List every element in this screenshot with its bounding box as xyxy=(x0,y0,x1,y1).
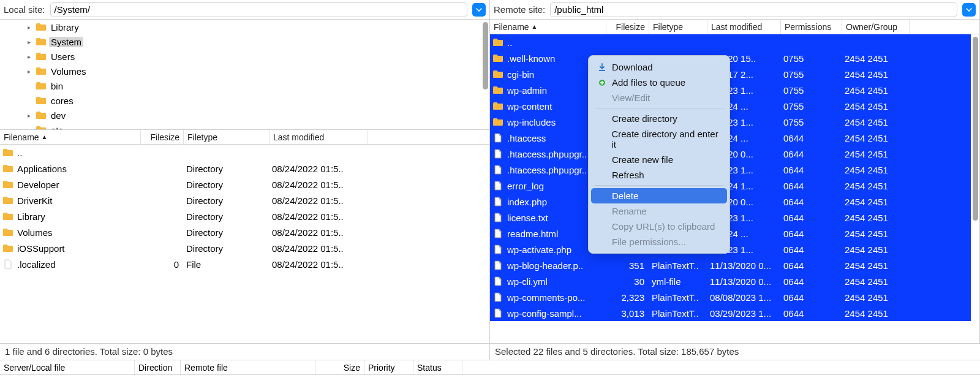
local-tree[interactable]: ▸Library▸System▸Users▸Volumesbincores▸de… xyxy=(0,20,489,130)
ctx-create-file[interactable]: Create new file xyxy=(591,152,727,167)
tree-row[interactable]: etc xyxy=(0,123,489,130)
ctx-refresh[interactable]: Refresh xyxy=(591,167,727,183)
list-item[interactable]: iOSSupportDirectory08/24/2022 01:5.. xyxy=(0,240,489,256)
list-item[interactable]: wp-admin8/2023 1...07552454 2451 xyxy=(490,82,979,98)
expander-icon[interactable]: ▸ xyxy=(24,112,33,119)
ctx-sep xyxy=(595,185,723,186)
col-filesize[interactable]: Filesize xyxy=(606,20,649,34)
sort-up-icon: ▲ xyxy=(532,23,538,30)
list-item[interactable]: wp-includes7/2023 1...07552454 2451 xyxy=(490,114,979,130)
list-item[interactable]: cgi-bin2/2017 2...07552454 2451 xyxy=(490,66,979,82)
list-item[interactable]: DriverKitDirectory08/24/2022 01:5.. xyxy=(0,192,489,208)
qcol-server[interactable]: Server/Local file xyxy=(0,360,135,374)
tree-item-label: Volumes xyxy=(49,66,88,77)
local-tree-scrollbar[interactable] xyxy=(481,20,489,129)
cell-own: 2454 2451 xyxy=(841,101,908,112)
list-item[interactable]: .htaccess.phpupgr..7/2023 1...06442454 2… xyxy=(490,162,979,178)
remote-list-scrollbar[interactable] xyxy=(971,34,979,343)
col-filesize-label: Filesize xyxy=(616,22,645,32)
cell-own: 2454 2451 xyxy=(841,85,908,96)
ctx-add-queue[interactable]: Add files to queue xyxy=(591,75,727,90)
col-permissions[interactable]: Permissions xyxy=(781,20,842,34)
ctx-create-dir-enter[interactable]: Create directory and enter it xyxy=(591,126,727,152)
cell-perm: 0644 xyxy=(780,149,841,159)
col-owner[interactable]: Owner/Group xyxy=(842,20,910,34)
tree-row[interactable]: ▸Users xyxy=(0,49,489,64)
local-path-dropdown[interactable] xyxy=(472,3,486,17)
scrollbar-thumb[interactable] xyxy=(483,22,488,89)
list-item[interactable]: .htaccess8/2024 ...06442454 2451 xyxy=(490,130,979,146)
list-item[interactable]: wp-config-sampl...3,013PlainTextT..03/29… xyxy=(490,305,979,321)
tree-row[interactable]: bin xyxy=(0,78,489,93)
col-filename[interactable]: Filename ▲ xyxy=(490,20,606,34)
list-item[interactable]: wp-activate.php8/2023 1...06442454 2451 xyxy=(490,241,979,257)
list-item[interactable]: wp-blog-header.p..351PlainTextT..11/13/2… xyxy=(490,257,979,273)
list-item[interactable]: wp-cli.yml30yml-file11/13/2020 0...06442… xyxy=(490,273,979,289)
file-icon xyxy=(2,259,13,269)
remote-column-header[interactable]: Filename ▲ Filesize Filetype Last modifi… xyxy=(490,20,979,34)
list-item[interactable]: VolumesDirectory08/24/2022 01:5.. xyxy=(0,224,489,240)
col-lastmod[interactable]: Last modified xyxy=(270,130,368,144)
remote-path-input[interactable]: /public_html xyxy=(550,2,957,17)
list-item[interactable]: .localized0File08/24/2022 01:5.. xyxy=(0,256,489,272)
qcol-status[interactable]: Status xyxy=(413,360,462,374)
list-item[interactable]: .htaccess.phpupgr..7/2020 0...06442454 2… xyxy=(490,146,979,162)
list-item[interactable]: readme.html0/2024 ...06442454 2451 xyxy=(490,226,979,241)
tree-row[interactable]: ▸Volumes xyxy=(0,64,489,78)
list-item[interactable]: index.php7/2020 0...06442454 2451 xyxy=(490,194,979,210)
remote-path-dropdown[interactable] xyxy=(962,3,976,17)
list-item[interactable]: wp-comments-po...2,323PlainTextT..08/08/… xyxy=(490,289,979,305)
tree-row[interactable]: ▸dev xyxy=(0,108,489,123)
qcol-priority[interactable]: Priority xyxy=(364,360,413,374)
local-column-header[interactable]: Filename ▲ Filesize Filetype Last modifi… xyxy=(0,130,489,145)
col-filesize[interactable]: Filesize xyxy=(141,130,184,144)
qcol-direction[interactable]: Direction xyxy=(135,360,181,374)
folder-icon xyxy=(492,86,503,94)
expander-icon[interactable]: ▸ xyxy=(24,24,33,31)
folder-icon xyxy=(2,228,13,237)
list-item[interactable]: wp-content8/2024 ...07552454 2451 xyxy=(490,98,979,114)
cell-type: Directory xyxy=(183,195,268,206)
folder-icon xyxy=(492,54,503,63)
scrollbar-thumb[interactable] xyxy=(973,37,978,221)
remote-path-row: Remote site: /public_html xyxy=(490,0,979,20)
list-item[interactable]: license.txt7/2023 1...06442454 2451 xyxy=(490,210,979,226)
ctx-download[interactable]: Download xyxy=(591,59,727,75)
cell-name: Developer xyxy=(13,180,140,190)
list-item[interactable]: .. xyxy=(0,145,489,161)
folder-icon xyxy=(492,118,503,126)
queue-header[interactable]: Server/Local file Direction Remote file … xyxy=(0,360,980,375)
cell-name: wp-comments-po... xyxy=(503,292,605,303)
tree-row[interactable]: ▸System xyxy=(0,34,489,49)
col-filetype[interactable]: Filetype xyxy=(184,130,270,144)
list-item[interactable]: .. xyxy=(490,34,979,50)
ctx-create-dir[interactable]: Create directory xyxy=(591,111,727,126)
ctx-file-perms: File permissions... xyxy=(591,234,727,249)
expander-icon[interactable]: ▸ xyxy=(24,39,33,45)
file-icon xyxy=(494,260,502,270)
col-filetype[interactable]: Filetype xyxy=(649,20,707,34)
cell-perm: 0644 xyxy=(780,308,841,319)
tree-row[interactable]: cores xyxy=(0,93,489,108)
remote-filelist[interactable]: ...well-known2/2020 15..07552454 2451cgi… xyxy=(490,34,979,343)
qcol-status-label: Status xyxy=(417,363,442,373)
cell-own: 2454 2451 xyxy=(841,229,908,239)
expander-icon[interactable]: ▸ xyxy=(24,68,33,75)
col-filename[interactable]: Filename ▲ xyxy=(0,130,141,144)
list-item[interactable]: error_log7/2024 1...06442454 2451 xyxy=(490,178,979,194)
list-item[interactable]: LibraryDirectory08/24/2022 01:5.. xyxy=(0,208,489,224)
col-lastmod[interactable]: Last modified xyxy=(707,20,781,34)
expander-icon[interactable]: ▸ xyxy=(24,53,33,60)
list-item[interactable]: ApplicationsDirectory08/24/2022 01:5.. xyxy=(0,161,489,176)
file-icon xyxy=(494,133,502,143)
folder-icon xyxy=(36,82,47,90)
list-item[interactable]: .well-known2/2020 15..07552454 2451 xyxy=(490,50,979,66)
local-path-input[interactable]: /System/ xyxy=(50,2,467,17)
qcol-size[interactable]: Size xyxy=(315,360,364,374)
list-item[interactable]: DeveloperDirectory08/24/2022 01:5.. xyxy=(0,176,489,192)
local-filelist[interactable]: ..ApplicationsDirectory08/24/2022 01:5..… xyxy=(0,145,489,343)
tree-row[interactable]: ▸Library xyxy=(0,20,489,34)
cell-mod: 08/24/2022 01:5.. xyxy=(268,195,366,206)
qcol-remote[interactable]: Remote file xyxy=(181,360,315,374)
ctx-delete[interactable]: Delete xyxy=(591,188,727,203)
